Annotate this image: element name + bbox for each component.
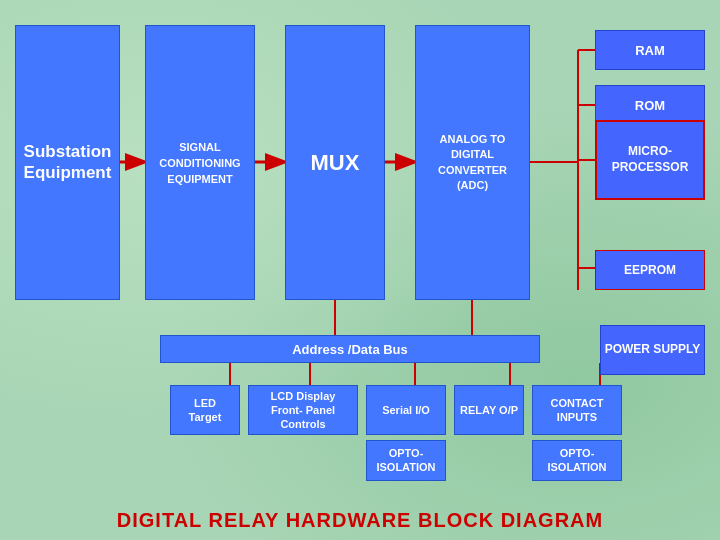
address-data-bus: Address /Data Bus (160, 335, 540, 363)
mux-block: MUX (285, 25, 385, 300)
contact-inputs-box: CONTACT INPUTS (532, 385, 622, 435)
rom-box: ROM (595, 85, 705, 125)
signal-bot-label: EQUIPMENT (167, 173, 232, 185)
page-title: DIGITAL RELAY HARDWARE BLOCK DIAGRAM (0, 509, 720, 532)
signal-mid-label: CONDITIONING (159, 157, 240, 169)
rom-label: ROM (635, 98, 665, 113)
eeprom-label: EEPROM (624, 263, 676, 277)
power-supply-label: POWER SUPPLY (605, 342, 701, 358)
opto2-label: OPTO-ISOLATION (547, 447, 606, 473)
serial-label: Serial I/O (382, 403, 430, 417)
ram-box: RAM (595, 30, 705, 70)
ram-label: RAM (635, 43, 665, 58)
led-target-box: LED Target (170, 385, 240, 435)
opto-isolation-box-1: OPTO-ISOLATION (366, 440, 446, 481)
signal-top-label: SIGNAL (179, 141, 221, 153)
opto1-label: OPTO-ISOLATION (376, 447, 435, 473)
lcd-label: LCD Display Front- Panel Controls (255, 389, 351, 432)
mux-label: MUX (311, 150, 360, 176)
relay-op-box: RELAY O/P (454, 385, 524, 435)
contact-label: CONTACT INPUTS (537, 396, 617, 425)
address-bus-label: Address /Data Bus (292, 342, 408, 357)
led-label: LED Target (177, 396, 233, 425)
adc-block: ANALOG TO DIGITAL CONVERTER (ADC) (415, 25, 530, 300)
eeprom-box: EEPROM (595, 250, 705, 290)
diagram-container: Substation Equipment SIGNAL CONDITIONING… (0, 0, 720, 540)
relay-label: RELAY O/P (460, 403, 518, 417)
microprocessor-block: MICRO-PROCESSOR (595, 120, 705, 200)
substation-label: Substation Equipment (16, 142, 119, 183)
substation-block: Substation Equipment (15, 25, 120, 300)
lcd-display-box: LCD Display Front- Panel Controls (248, 385, 358, 435)
adc-label: ANALOG TO DIGITAL CONVERTER (ADC) (422, 132, 523, 194)
microprocessor-label: MICRO-PROCESSOR (597, 144, 703, 175)
serial-io-box: Serial I/O (366, 385, 446, 435)
opto-isolation-box-2: OPTO-ISOLATION (532, 440, 622, 481)
signal-conditioning-block: SIGNAL CONDITIONING EQUIPMENT (145, 25, 255, 300)
power-supply-box: POWER SUPPLY (600, 325, 705, 375)
